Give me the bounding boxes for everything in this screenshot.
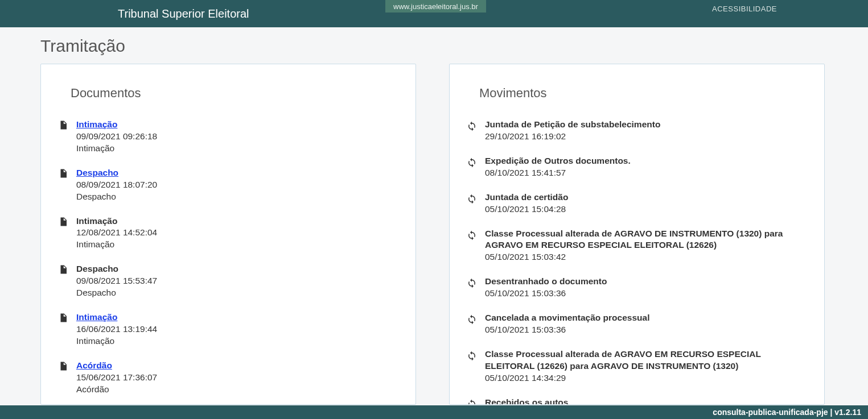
documentos-list: Intimação09/09/2021 09:26:18IntimaçãoDes… — [58, 119, 398, 405]
movimento-date: 05/10/2021 15:03:36 — [485, 324, 649, 336]
cycle-icon — [467, 278, 477, 288]
footer-text: consulta-publica-unificada-pje | v1.2.11 — [713, 408, 861, 417]
documento-item: Intimação16/06/2021 13:19:44Intimação — [58, 312, 398, 347]
movimento-title: Expedição de Outros documentos. — [485, 155, 631, 167]
movimento-date: 08/10/2021 15:41:57 — [485, 167, 631, 179]
documento-title[interactable]: Despacho — [76, 167, 157, 179]
movimento-title: Juntada de Petição de substabelecimento — [485, 119, 660, 131]
documento-desc: Despacho — [76, 287, 157, 299]
documento-date: 15/06/2021 17:36:07 — [76, 372, 157, 384]
movimento-item: Juntada de certidão05/10/2021 15:04:28 — [467, 192, 807, 215]
movimento-item: Recebidos os autos04/10/2021 18:32:57 — [467, 397, 807, 405]
cycle-icon — [467, 121, 477, 131]
documento-date: 09/09/2021 09:26:18 — [76, 131, 157, 143]
file-icon — [58, 168, 68, 181]
movimento-item: Classe Processual alterada de AGRAVO DE … — [467, 228, 807, 264]
file-icon — [58, 313, 68, 325]
footer-bar: consulta-publica-unificada-pje | v1.2.11 — [0, 405, 868, 419]
header-url[interactable]: www.justicaeleitoral.jus.br — [385, 0, 486, 13]
movimento-title: Desentranhado o documento — [485, 276, 607, 288]
movimento-date: 29/10/2021 16:19:02 — [485, 131, 660, 143]
movimento-title: Cancelada a movimentação processual — [485, 312, 649, 324]
documento-item: Intimação09/09/2021 09:26:18Intimação — [58, 119, 398, 155]
cycle-icon — [467, 230, 477, 240]
movimento-title: Juntada de certidão — [485, 192, 568, 204]
header-title: Tribunal Superior Eleitoral — [118, 7, 249, 20]
movimento-item: Classe Processual alterada de AGRAVO EM … — [467, 349, 807, 384]
page-title: Tramitação — [40, 36, 125, 56]
movimento-date: 05/10/2021 15:03:42 — [485, 251, 807, 263]
documento-desc: Intimação — [76, 143, 157, 155]
documento-title[interactable]: Intimação — [76, 119, 157, 131]
documento-date: 12/08/2021 14:52:04 — [76, 227, 157, 239]
movimento-date: 05/10/2021 15:04:28 — [485, 204, 568, 215]
documento-date: 09/08/2021 15:53:47 — [76, 275, 157, 287]
documento-desc: Despacho — [76, 191, 157, 203]
movimentos-title: Movimentos — [479, 86, 807, 101]
cycle-icon — [467, 399, 477, 405]
documento-item: Intimação12/08/2021 14:52:04Intimação — [58, 215, 398, 251]
movimento-date: 05/10/2021 14:34:29 — [485, 372, 807, 384]
cycle-icon — [467, 157, 477, 168]
movimento-title: Recebidos os autos — [485, 397, 568, 405]
movimentos-list: Juntada de Petição de substabelecimento2… — [467, 119, 807, 405]
accessibility-link[interactable]: ACESSIBILIDADE — [712, 5, 777, 13]
cycle-icon — [467, 351, 477, 361]
documento-date: 16/06/2021 13:19:44 — [76, 323, 157, 335]
cycle-icon — [467, 194, 477, 204]
documentos-title: Documentos — [71, 86, 398, 101]
movimento-item: Juntada de Petição de substabelecimento2… — [467, 119, 807, 143]
movimento-date: 05/10/2021 15:03:36 — [485, 288, 607, 300]
header-bar: Tribunal Superior Eleitoral www.justicae… — [0, 0, 868, 27]
movimento-title: Classe Processual alterada de AGRAVO DE … — [485, 228, 807, 252]
file-icon — [58, 361, 68, 374]
movimento-item: Expedição de Outros documentos.08/10/202… — [467, 155, 807, 179]
documento-date: 08/09/2021 18:07:20 — [76, 179, 157, 191]
movimento-title: Classe Processual alterada de AGRAVO EM … — [485, 349, 807, 372]
documento-item: Acórdão15/06/2021 17:36:07Acórdão — [58, 360, 398, 396]
movimento-item: Cancelada a movimentação processual05/10… — [467, 312, 807, 336]
documento-desc: Acórdão — [76, 384, 157, 396]
documento-item: Despacho09/08/2021 15:53:47Despacho — [58, 263, 398, 299]
documento-title: Intimação — [76, 215, 157, 227]
documento-desc: Intimação — [76, 239, 157, 251]
cycle-icon — [467, 314, 477, 325]
documento-title[interactable]: Intimação — [76, 312, 157, 323]
movimento-item: Desentranhado o documento05/10/2021 15:0… — [467, 276, 807, 300]
file-icon — [58, 120, 68, 132]
documento-title: Despacho — [76, 263, 157, 275]
documento-desc: Intimação — [76, 335, 157, 347]
documento-item: Despacho08/09/2021 18:07:20Despacho — [58, 167, 398, 203]
documentos-panel: Documentos Intimação09/09/2021 09:26:18I… — [40, 64, 416, 405]
file-icon — [58, 264, 68, 277]
documento-title[interactable]: Acórdão — [76, 360, 157, 372]
file-icon — [58, 217, 68, 229]
movimentos-panel: Movimentos Juntada de Petição de substab… — [449, 64, 825, 405]
